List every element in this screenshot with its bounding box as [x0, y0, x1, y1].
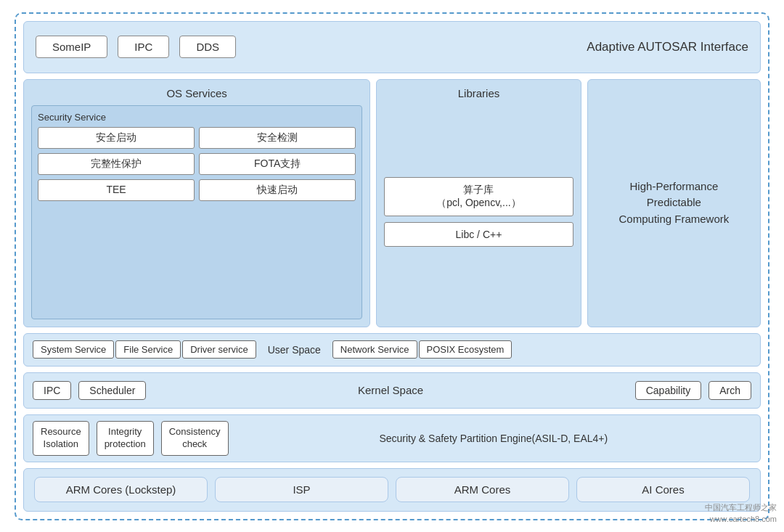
- watermark-line2: www.cartech8.com: [705, 514, 777, 525]
- partition-consistency: Consistency check: [161, 421, 229, 456]
- kernel-row: IPC Scheduler Kernel Space Capability Ar…: [23, 372, 761, 409]
- kernel-label: Kernel Space: [153, 384, 627, 396]
- kernel-arch: Arch: [709, 381, 751, 400]
- cores-row: ARM Cores (Lockstep) ISP ARM Cores AI Co…: [23, 468, 761, 512]
- watermark-line1: 中国汽车工程师之家: [705, 502, 777, 513]
- protocols-group: SomeIP IPC DDS: [36, 36, 236, 58]
- partition-isolation: Resource Isolation: [33, 421, 89, 456]
- userspace-item-3: Network Service: [332, 340, 417, 359]
- protocol-someip: SomeIP: [36, 36, 107, 58]
- highperf-block: High-Performance Predictable Computing F…: [587, 79, 761, 327]
- userspace-item-4: POSIX Ecosystem: [419, 340, 513, 359]
- sec-item-2: 完整性保护: [38, 153, 195, 175]
- watermark: 中国汽车工程师之家 www.cartech8.com: [705, 502, 777, 525]
- sec-item-4: TEE: [38, 179, 195, 201]
- partition-integrity: Integrity protection: [97, 421, 154, 456]
- middle-row: OS Services Security Service 安全启动 安全检测 完…: [23, 79, 761, 327]
- userspace-item-0: System Service: [33, 340, 114, 359]
- partition-label: Security & Safety Partition Engine(ASIL-…: [236, 433, 751, 444]
- core-ai: AI Cores: [576, 477, 750, 502]
- security-service-block: Security Service 安全启动 安全检测 完整性保护 FOTA支持 …: [31, 105, 362, 319]
- core-arm: ARM Cores: [396, 477, 569, 502]
- autosar-title: Adaptive AUTOSAR Interface: [587, 40, 748, 54]
- os-services-title: OS Services: [31, 87, 362, 99]
- security-grid: 安全启动 安全检测 完整性保护 FOTA支持 TEE 快速启动: [38, 127, 356, 201]
- core-isp: ISP: [215, 477, 388, 502]
- userspace-row: System Service File Service Driver servi…: [23, 333, 761, 367]
- lib-item-0: 算子库 （pcl, Opencv,...）: [384, 177, 573, 216]
- sec-item-5: 快速启动: [199, 179, 356, 201]
- core-arm-lockstep: ARM Cores (Lockstep): [34, 477, 208, 502]
- os-services-block: OS Services Security Service 安全启动 安全检测 完…: [23, 79, 370, 327]
- main-diagram: SomeIP IPC DDS Adaptive AUTOSAR Interfac…: [15, 12, 769, 520]
- security-service-label: Security Service: [38, 112, 356, 123]
- kernel-capability: Capability: [635, 381, 701, 400]
- sec-item-1: 安全检测: [199, 127, 356, 149]
- sec-item-0: 安全启动: [38, 127, 195, 149]
- autosar-row: SomeIP IPC DDS Adaptive AUTOSAR Interfac…: [23, 21, 761, 73]
- userspace-item-1: File Service: [115, 340, 181, 359]
- userspace-item-2: Driver service: [182, 340, 256, 359]
- libraries-block: Libraries 算子库 （pcl, Opencv,...） Libc / C…: [376, 79, 581, 327]
- partition-row: Resource Isolation Integrity protection …: [23, 414, 761, 462]
- userspace-label: User Space: [256, 344, 332, 356]
- highperf-text: High-Performance Predictable Computing F…: [619, 179, 730, 228]
- kernel-scheduler: Scheduler: [78, 381, 146, 400]
- protocol-dds: DDS: [179, 36, 236, 58]
- lib-boxes: 算子库 （pcl, Opencv,...） Libc / C++: [384, 105, 573, 319]
- lib-item-1: Libc / C++: [384, 222, 573, 247]
- protocol-ipc: IPC: [118, 36, 169, 58]
- libraries-title: Libraries: [384, 87, 573, 99]
- sec-item-3: FOTA支持: [199, 153, 356, 175]
- kernel-ipc: IPC: [33, 381, 71, 400]
